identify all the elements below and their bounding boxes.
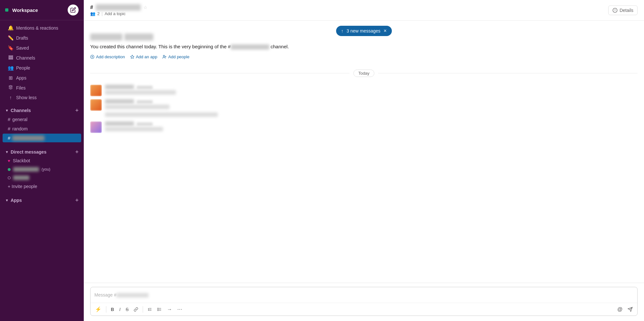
toolbar-right: @ [615, 305, 635, 314]
add-dm-button[interactable]: + [75, 149, 79, 155]
dm-item-slackbot[interactable]: ♥ Slackbot [3, 156, 81, 165]
add-people-action-button[interactable]: Add people [162, 54, 189, 59]
apps-section-chevron: ▼ [5, 198, 9, 202]
sidebar-item-people[interactable]: 👥 People [3, 63, 81, 73]
message-input-top[interactable]: Message # [91, 287, 637, 303]
add-description-button[interactable]: Add description [90, 54, 125, 59]
table-row: 😊 ↩ 🔖 ⋮ [84, 83, 644, 98]
dm-item-you[interactable]: (you) [3, 165, 81, 173]
message-input-toolbar: ⚡ B I S → ⋯ @ [91, 303, 637, 316]
today-label: Today [353, 70, 374, 77]
intro-name-blurred-2 [124, 33, 153, 41]
message-sender-row [105, 85, 638, 89]
table-row: 😊 ↩ 🔖 ⋮ [84, 98, 644, 120]
sidebar-header: Workspace [0, 0, 84, 20]
sidebar-nav-list: 🔔 Mentions & reactions ✏️ Drafts 🔖 Saved… [0, 23, 84, 102]
add-app-action-button[interactable]: Add an app [130, 54, 158, 59]
dm-item-other[interactable] [3, 174, 81, 182]
channel-title-row: # ☆ [90, 4, 148, 11]
add-app-button[interactable]: + [75, 197, 79, 203]
message-text [105, 90, 638, 97]
strikethrough-button[interactable]: S [124, 306, 130, 313]
channels-icon [8, 55, 14, 61]
svg-point-19 [158, 309, 159, 310]
sidebar-item-show-less[interactable]: ↑ Show less [3, 93, 81, 102]
avatar [90, 99, 102, 111]
svg-rect-2 [9, 59, 13, 60]
details-button[interactable]: Details [608, 5, 638, 15]
avatar-img [90, 121, 102, 133]
message-content [105, 99, 638, 119]
svg-point-18 [158, 308, 159, 308]
banner-label: 3 new messages [347, 28, 380, 33]
message-content [105, 121, 638, 133]
dm-section-chevron: ▼ [5, 150, 9, 154]
italic-button[interactable]: I [117, 306, 122, 313]
add-topic-link[interactable]: Add a topic [105, 11, 126, 16]
message-content [105, 85, 638, 97]
message-text [105, 127, 638, 133]
avatar [90, 121, 102, 133]
sender-name-blurred [105, 85, 134, 89]
active-channel-name-blurred [12, 136, 44, 141]
you-status-dot [8, 168, 11, 171]
message-text-blurred [105, 90, 176, 95]
you-label: (you) [42, 167, 50, 172]
channel-item-general[interactable]: # general [3, 115, 81, 124]
bold-button[interactable]: B [109, 306, 116, 313]
files-icon [8, 85, 14, 90]
ordered-list-button[interactable] [146, 306, 154, 313]
new-messages-banner[interactable]: ↑ 3 new messages × [336, 26, 392, 36]
messages-list: 😊 ↩ 🔖 ⋮ [84, 81, 644, 137]
banner-close-button[interactable]: × [384, 28, 387, 33]
table-row: 😊 ↩ 🔖 ⋮ [84, 120, 644, 135]
apps-icon: ⊞ [8, 75, 14, 81]
shortcuts-button[interactable]: ⚡ [93, 305, 103, 314]
message-time-blurred [137, 86, 153, 89]
send-button[interactable] [626, 306, 635, 313]
apps-section-header[interactable]: ▼ Apps + [0, 195, 84, 204]
sidebar-item-mentions[interactable]: 🔔 Mentions & reactions [3, 23, 81, 33]
channel-name-hash: # [228, 44, 231, 49]
link-button[interactable] [132, 306, 140, 313]
other-status-dot [8, 176, 11, 179]
star-icon[interactable]: ☆ [143, 5, 148, 10]
messages-area[interactable]: ↑ 3 new messages × You created this chan… [84, 21, 644, 283]
sidebar-item-saved[interactable]: 🔖 Saved [3, 43, 81, 53]
slackbot-heart-icon: ♥ [8, 158, 10, 163]
sidebar-item-apps[interactable]: ⊞ Apps [3, 73, 81, 83]
channels-section-chevron: ▼ [5, 109, 9, 112]
add-channel-button[interactable]: + [75, 108, 79, 113]
more-formatting-button[interactable]: ⋯ [175, 305, 184, 314]
svg-point-9 [163, 55, 165, 56]
channels-section-header[interactable]: ▼ Channels + [0, 105, 84, 115]
message-input-box: Message # ⚡ B I S → ⋯ [90, 287, 638, 316]
toolbar-separator-1 [106, 306, 106, 313]
channel-item-active[interactable]: # [3, 134, 81, 142]
other-name-blurred [13, 175, 29, 180]
sidebar-item-drafts[interactable]: ✏️ Drafts [3, 33, 81, 43]
compose-button[interactable] [68, 5, 79, 15]
drafts-icon: ✏️ [8, 35, 14, 41]
toolbar-separator-2 [143, 306, 143, 313]
sidebar-item-channels[interactable]: Channels [3, 53, 81, 63]
avatar-img [90, 99, 102, 111]
details-label: Details [620, 8, 633, 13]
indent-button[interactable]: → [165, 305, 174, 314]
channel-hash: # [90, 5, 93, 10]
today-divider: Today [84, 66, 644, 81]
channel-name-blurred-inline [231, 44, 269, 50]
members-icon: 👥 [90, 11, 95, 16]
channel-actions: Add description Add an app Add people [90, 54, 638, 59]
mention-button[interactable]: @ [615, 305, 624, 314]
message-input-placeholder: Message # [94, 292, 149, 297]
workspace-name-block[interactable]: Workspace [5, 7, 38, 13]
invite-people-link[interactable]: + Invite people [3, 182, 81, 191]
channel-header-left: # ☆ 👥 2 | Add a topic [90, 4, 148, 16]
saved-icon: 🔖 [8, 45, 14, 51]
bulleted-list-button[interactable] [155, 306, 164, 313]
message-text-blurred-line2 [105, 112, 218, 117]
dm-section-header[interactable]: ▼ Direct messages + [0, 146, 84, 156]
sidebar-item-files[interactable]: Files [3, 83, 81, 92]
channel-item-random[interactable]: # random [3, 124, 81, 133]
